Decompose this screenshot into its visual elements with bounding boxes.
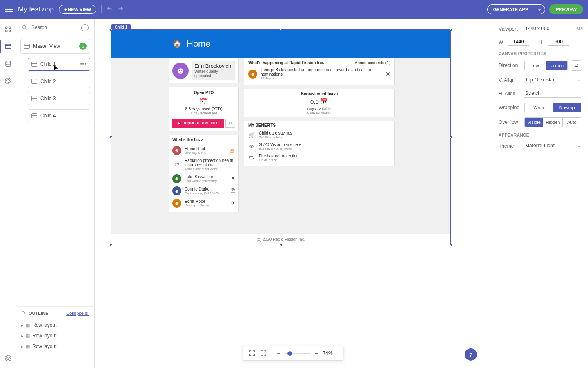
- svg-rect-4: [5, 44, 11, 49]
- child-view-1[interactable]: Child 1 •••: [28, 58, 90, 71]
- height-label: H: [539, 39, 545, 45]
- avatar: ☻: [172, 63, 189, 79]
- views-icon[interactable]: [3, 42, 13, 52]
- outline-item[interactable]: ▸▦Row layout: [16, 330, 94, 341]
- components-icon[interactable]: [3, 25, 13, 34]
- top-app-bar: My test app + NEW VIEW GENERATE APP PREV…: [0, 0, 588, 19]
- buzz-item: ☻Ethan HuntBirthday, Oct 1🎂: [172, 144, 235, 157]
- svg-point-3: [9, 30, 11, 32]
- overflow-hidden[interactable]: Hidden: [543, 118, 562, 127]
- zoom-in-button[interactable]: +: [314, 350, 318, 357]
- close-icon[interactable]: ✕: [385, 71, 390, 77]
- collapse-all-link[interactable]: Collapse all: [66, 311, 89, 316]
- pto-card: Open PTO 📅 8.5 days used (YTD) 1 day sch…: [169, 87, 239, 131]
- zoom-out-button[interactable]: −: [277, 350, 280, 357]
- profile-card: ☻ Erin Brockovich Water quality speciali…: [169, 58, 239, 83]
- svg-rect-2: [5, 30, 7, 32]
- fit-icon[interactable]: [249, 350, 255, 357]
- pto-scheduled: 1 day scheduled: [172, 111, 235, 115]
- direction-column[interactable]: column: [546, 61, 568, 70]
- overflow-toggle[interactable]: Visible Hidden Auto: [524, 117, 581, 127]
- height-input[interactable]: [548, 38, 569, 46]
- viewport-dropdown[interactable]: 588 x 368⌄: [524, 25, 581, 33]
- svg-point-8: [9, 80, 10, 81]
- view-icon: [31, 113, 37, 118]
- undo-icon[interactable]: [107, 6, 113, 13]
- child-view-4[interactable]: Child 4: [28, 109, 90, 122]
- wrap-option[interactable]: Wrap: [525, 103, 553, 112]
- help-button[interactable]: ?: [465, 348, 477, 361]
- avatar: ☻: [172, 146, 181, 155]
- overflow-visible[interactable]: Visible: [525, 118, 543, 127]
- resize-handle[interactable]: [280, 244, 282, 246]
- preview-footer: (c) 2020 Rapid Fission Inc.: [111, 233, 450, 245]
- svg-point-6: [6, 80, 7, 81]
- direction-row[interactable]: row: [525, 61, 546, 70]
- icon-rail: [0, 19, 16, 368]
- request-time-off-button[interactable]: ▶REQUEST TIME OFF: [172, 119, 224, 128]
- new-view-button[interactable]: + NEW VIEW: [59, 5, 96, 14]
- pto-title: Open PTO: [172, 90, 235, 95]
- resize-handle[interactable]: [450, 244, 452, 246]
- child-view-2[interactable]: Child 2: [28, 75, 90, 88]
- buzz-item: ☻Donnie DarkoOn vacation, Oct 10–23⛱: [172, 185, 235, 197]
- child-view-label: Child 4: [40, 113, 56, 119]
- resize-handle[interactable]: [110, 29, 112, 31]
- announcements-card: What's happening at Rapid Fission Inc. A…: [244, 58, 395, 85]
- redo-icon[interactable]: [117, 6, 124, 13]
- menu-icon[interactable]: [5, 7, 13, 12]
- resize-handle[interactable]: [110, 244, 112, 246]
- mail-button[interactable]: ✉: [225, 119, 235, 128]
- buzz-name: Luke Skywalker: [185, 175, 227, 179]
- preview-frame[interactable]: Child 1 🏠 Home ☻: [111, 29, 451, 245]
- wrap-toggle[interactable]: Wrap Nowrap: [524, 103, 581, 112]
- bereave-scheduled: 0 day scheduled: [247, 111, 392, 114]
- view-icon: [31, 96, 37, 101]
- theme-dropdown[interactable]: Material Light⌄: [524, 141, 581, 150]
- valign-dropdown[interactable]: Top / flex-start⌄: [524, 76, 581, 84]
- width-input[interactable]: [508, 38, 529, 46]
- canvas-area[interactable]: Child 1 🏠 Home ☻: [95, 19, 492, 368]
- outline-item-label: Row layout: [32, 333, 56, 339]
- search-icon: [21, 311, 26, 316]
- resize-handle[interactable]: [110, 136, 112, 138]
- avatar: ☻: [248, 70, 257, 79]
- add-view-button[interactable]: +: [81, 24, 89, 31]
- nowrap-option[interactable]: Nowrap: [553, 103, 581, 112]
- resize-handle[interactable]: [280, 29, 282, 31]
- width-label: W: [499, 39, 505, 45]
- svg-point-5: [6, 61, 11, 63]
- layers-icon[interactable]: [3, 353, 13, 363]
- resize-handle[interactable]: [450, 136, 452, 138]
- halign-dropdown[interactable]: Stretch⌄: [524, 89, 581, 98]
- fullscreen-icon[interactable]: [260, 350, 267, 357]
- benefit-item: 👁20/20 Vision plans here$234 every other…: [248, 141, 390, 152]
- more-icon[interactable]: •••: [577, 25, 583, 31]
- child-view-3[interactable]: Child 3: [28, 92, 90, 105]
- outline-item[interactable]: ▸▦Row layout: [16, 320, 94, 330]
- overflow-auto[interactable]: Auto: [562, 118, 581, 127]
- zoom-value-dropdown[interactable]: 74%⌄: [323, 350, 338, 356]
- resize-handle[interactable]: [450, 29, 452, 31]
- child-view-label: Child 3: [40, 96, 56, 101]
- benefit-name: Child care savings: [259, 131, 292, 135]
- generate-app-dropdown[interactable]: [534, 4, 545, 14]
- preview-button[interactable]: PREVIEW: [549, 4, 583, 14]
- search-input[interactable]: [31, 23, 78, 32]
- more-icon[interactable]: •••: [80, 61, 87, 67]
- benefit-sub: $234 every other week: [259, 147, 301, 150]
- generate-app-button[interactable]: GENERATE APP: [487, 4, 534, 14]
- avatar: ☻: [172, 174, 181, 183]
- benefits-title: MY BENEFITS: [248, 123, 390, 128]
- outline-item[interactable]: ▸▦Row layout: [16, 341, 94, 352]
- zoom-slider[interactable]: [285, 353, 310, 354]
- left-panel: + Master View ⌂ Child 1 ••• Child 2: [16, 19, 95, 368]
- valign-label: V. Align: [499, 77, 521, 83]
- direction-toggle[interactable]: row column: [524, 61, 568, 70]
- master-view-item[interactable]: Master View ⌂: [20, 39, 90, 54]
- announcement-text: George Bailey posted an announcement, aw…: [261, 67, 382, 76]
- theme-icon[interactable]: [3, 76, 13, 86]
- swap-icon[interactable]: ⇄: [571, 60, 581, 71]
- data-icon[interactable]: [3, 59, 13, 69]
- buzz-card: What's the buzz ☻Ethan HuntBirthday, Oct…: [169, 135, 239, 212]
